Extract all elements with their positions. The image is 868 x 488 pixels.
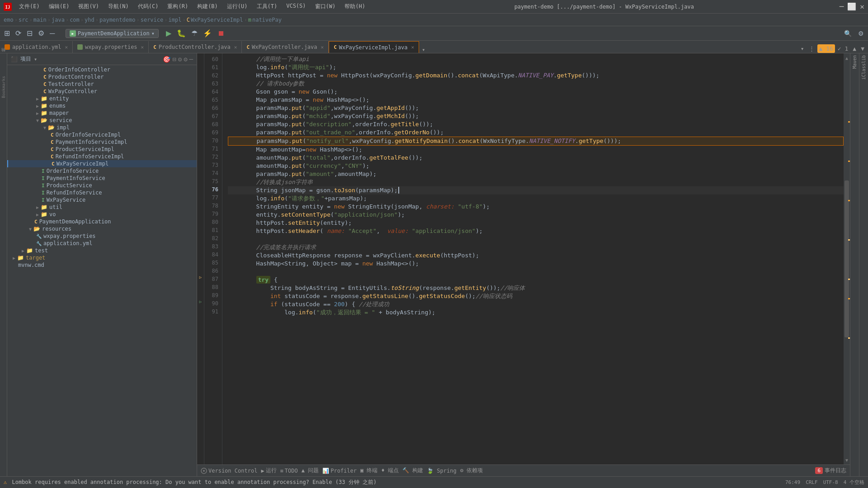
- tree-item-product-service[interactable]: I ProductService: [7, 182, 197, 189]
- menu-window[interactable]: 窗口(W): [311, 2, 340, 11]
- tree-item-order-info-controller[interactable]: C OrderInfoController: [7, 66, 197, 73]
- tab-wxpay-controller[interactable]: C WxPayController.java ✕: [242, 41, 329, 53]
- menu-navigate[interactable]: 导航(N): [104, 2, 132, 11]
- tree-item-wxpay-properties[interactable]: 🔧 wxpay.properties: [7, 232, 197, 240]
- maven-panel-label[interactable]: Maven: [852, 55, 857, 69]
- tab-product-controller[interactable]: C ProductController.java ✕: [149, 41, 242, 53]
- tree-item-test-folder[interactable]: ▶ 📁 test: [7, 247, 197, 254]
- scroll-up-arrow[interactable]: ▲: [844, 53, 850, 62]
- terminal-tab[interactable]: ▣ 终端: [360, 467, 377, 474]
- tree-item-wxpay-service-impl[interactable]: C WxPayServiceImpl: [7, 160, 197, 167]
- menu-code[interactable]: 代码(C): [134, 2, 162, 11]
- breadcrumb-native-pay[interactable]: nativePay: [252, 17, 282, 23]
- tab-product-controller-close[interactable]: ✕: [234, 44, 237, 50]
- tree-item-order-info-service[interactable]: I OrderInfoService: [7, 167, 197, 175]
- event-log-tab[interactable]: 6 事件日志: [815, 467, 846, 474]
- deps-tab[interactable]: ⚙ 依赖项: [460, 467, 483, 474]
- breadcrumb-com[interactable]: com: [70, 17, 80, 23]
- tree-item-mapper-folder[interactable]: ▶ 📁 mapper: [7, 109, 197, 117]
- toolbar-collapse-button[interactable]: ⊟: [24, 28, 35, 39]
- breadcrumb-main[interactable]: main: [33, 17, 47, 23]
- cursor-position[interactable]: 76:49: [785, 479, 800, 485]
- run-button[interactable]: ▶: [164, 28, 174, 39]
- tree-item-entity-folder[interactable]: ▶ 📁 entity: [7, 95, 197, 102]
- breadcrumb-yhd[interactable]: yhd: [85, 17, 94, 23]
- menu-vcs[interactable]: VCS(S): [283, 2, 309, 11]
- tree-item-test-controller[interactable]: C TestController: [7, 81, 197, 88]
- build-tab[interactable]: 🔨 构建: [402, 467, 423, 474]
- breadcrumb-src[interactable]: src: [19, 17, 28, 23]
- todo-tab[interactable]: ≡ TODO: [280, 468, 298, 474]
- scroll-down-arrow[interactable]: ▼: [844, 455, 850, 464]
- menu-file[interactable]: 文件(E): [15, 2, 43, 11]
- tree-item-payment-info-service-impl[interactable]: C PaymentInfoServiceImpl: [7, 138, 197, 146]
- tab-wxpay-service-impl-close[interactable]: ✕: [411, 44, 415, 50]
- run-with-profiler[interactable]: ⚡: [201, 28, 214, 39]
- breadcrumb-emo[interactable]: emo: [4, 17, 14, 23]
- tab-overflow-button[interactable]: ▾: [419, 47, 428, 53]
- tree-item-service-folder[interactable]: ▼ 📂 service: [7, 117, 197, 124]
- run-tab[interactable]: ▶ 运行: [261, 467, 276, 474]
- tree-item-payment-demo-app[interactable]: C PaymentDemoApplication: [7, 218, 197, 225]
- stop-button[interactable]: ⏹: [215, 28, 227, 39]
- bookmarks-panel-tab[interactable]: Bookmarks: [1, 76, 6, 98]
- restore-button[interactable]: ⬜: [847, 2, 856, 11]
- line-separator[interactable]: CRLF: [806, 479, 818, 485]
- tree-item-impl-folder[interactable]: ▼ 📂 impl: [7, 124, 197, 131]
- tree-item-target-folder[interactable]: ▶ 📁 target: [7, 254, 197, 261]
- endpoints-tab[interactable]: ♦ 端点: [381, 467, 398, 474]
- menu-tools[interactable]: 工具(T): [253, 2, 281, 11]
- tree-item-application-yml[interactable]: 🔧 application.yml: [7, 240, 197, 247]
- toolbar-project-tree-button[interactable]: ⊞: [2, 28, 12, 39]
- toolbar-sync-button[interactable]: ⟳: [13, 28, 24, 39]
- tree-item-vo-folder[interactable]: ▶ 📁 vo: [7, 211, 197, 218]
- classlib-panel-label[interactable]: iClasslib: [861, 55, 866, 80]
- tab-application-yml[interactable]: application.yml ✕: [0, 41, 73, 53]
- run-config-selector[interactable]: ▶ PaymentDemoApplication ▾: [66, 29, 159, 38]
- recent-files-button[interactable]: ▾: [799, 44, 806, 53]
- minimize-panel-button[interactable]: ─: [189, 56, 193, 63]
- version-control-tab[interactable]: Version Control: [201, 468, 257, 474]
- tab-application-yml-close[interactable]: ✕: [65, 44, 68, 50]
- tree-item-product-controller[interactable]: C ProductController: [7, 73, 197, 81]
- spring-tab[interactable]: 🍃 Spring: [427, 468, 457, 474]
- indent-indicator[interactable]: 4 个空格: [844, 479, 864, 486]
- tree-item-wxpay-controller[interactable]: C WxPayController: [7, 88, 197, 95]
- scrollbar-thumb[interactable]: [844, 180, 849, 338]
- tree-item-wxpay-service[interactable]: I WxPayService: [7, 196, 197, 204]
- tree-item-mvnw-cmd[interactable]: mvnw.cmd: [7, 261, 197, 269]
- breadcrumb-service[interactable]: service: [141, 17, 164, 23]
- code-area[interactable]: //调用统一下单api log.info("调用统一api"); HttpPos…: [222, 53, 844, 464]
- tree-item-resources-folder[interactable]: ▼ 📂 resources: [7, 225, 197, 232]
- menu-build[interactable]: 构建(B): [193, 2, 222, 11]
- debug-button[interactable]: 🐛: [175, 28, 188, 39]
- menu-refactor[interactable]: 重构(R): [164, 2, 192, 11]
- more-tab-actions-button[interactable]: ⋮: [807, 44, 816, 53]
- breadcrumb-impl[interactable]: impl: [169, 17, 182, 23]
- tree-item-order-info-service-impl[interactable]: C OrderInfoServiceImpl: [7, 131, 197, 138]
- search-everywhere-button[interactable]: 🔍: [842, 28, 854, 38]
- titlebar-menus[interactable]: 文件(E) 编辑(E) 视图(V) 导航(N) 代码(C) 重构(R) 构建(B…: [15, 2, 369, 11]
- minimize-button[interactable]: ─: [840, 2, 844, 11]
- locate-file-button[interactable]: 🎯: [163, 56, 170, 63]
- toolbar-settings-button[interactable]: ⚙: [36, 28, 47, 39]
- toolbar-minimize-button[interactable]: ─: [47, 28, 57, 39]
- gutter-green-icon-90[interactable]: ▷: [199, 299, 202, 304]
- fixes-badge[interactable]: ✓ 1: [836, 44, 850, 53]
- project-dropdown-icon[interactable]: ▾: [34, 56, 37, 62]
- maven-panel[interactable]: Maven: [850, 53, 859, 476]
- tree-settings-button[interactable]: ⚙: [178, 56, 182, 63]
- problems-tab[interactable]: ▲ 问题: [302, 467, 319, 474]
- collapse-all-button[interactable]: ⊟: [172, 56, 176, 63]
- warnings-badge[interactable]: ▲ 16: [817, 44, 835, 53]
- settings-button[interactable]: ⚙: [856, 28, 866, 38]
- tree-item-util-folder[interactable]: ▶ 📁 util: [7, 204, 197, 211]
- editor-scroll-down[interactable]: ▼: [859, 44, 866, 53]
- close-button[interactable]: ✕: [860, 2, 864, 11]
- breadcrumb-java[interactable]: java: [52, 17, 65, 23]
- menu-view[interactable]: 视图(V): [75, 2, 103, 11]
- tree-item-enums-folder[interactable]: ▶ 📁 enums: [7, 102, 197, 109]
- titlebar-controls[interactable]: ─ ⬜ ✕: [840, 2, 864, 11]
- coverage-button[interactable]: ☂: [189, 28, 200, 39]
- tree-settings-button2[interactable]: ⚙: [184, 56, 187, 63]
